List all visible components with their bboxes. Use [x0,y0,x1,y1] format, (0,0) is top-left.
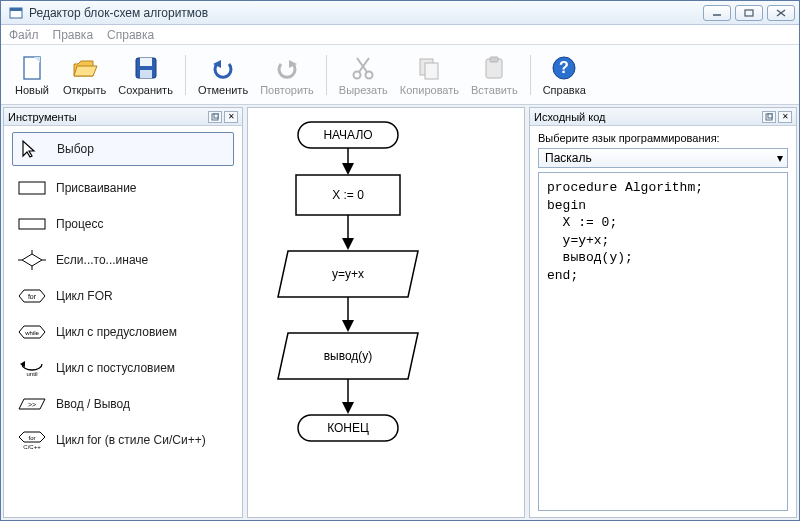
titlebar: Редактор блок-схем алгоритмов [1,1,799,25]
open-folder-icon [71,54,99,82]
svg-text:while: while [24,330,39,336]
tool-for-label: Цикл FOR [56,289,113,303]
flow-process-label: y=y+x [332,267,364,281]
help-icon: ? [550,54,578,82]
toolbar-cut-label: Вырезать [339,84,388,96]
flowchart-canvas[interactable]: НАЧАЛО X := 0 y=y+x вывод(y) КОНЕЦ [247,107,525,518]
panel-close-button[interactable]: ✕ [778,111,792,123]
toolbar-open-button[interactable]: Открыть [57,52,112,98]
toolbar-paste-label: Вставить [471,84,518,96]
svg-rect-27 [19,219,45,229]
tool-select[interactable]: Выбор [12,132,234,166]
app-icon [9,6,23,20]
language-select[interactable]: Паскаль ▾ [538,148,788,168]
undo-icon [209,54,237,82]
toolbar: Новый Открыть Сохранить Отменить Повтори… [1,45,799,105]
svg-text:for: for [28,293,37,300]
io-icon: >> [18,394,46,414]
menu-edit[interactable]: Правка [53,28,94,42]
toolbar-undo-button[interactable]: Отменить [192,52,254,98]
svg-text:until: until [26,371,37,377]
svg-rect-20 [490,57,498,62]
tool-process-label: Процесс [56,217,103,231]
language-selected: Паскаль [545,151,592,165]
tool-process[interactable]: Процесс [12,210,234,238]
svg-marker-28 [22,254,42,266]
toolbar-help-button[interactable]: ? Справка [537,52,592,98]
code-panel: Исходный код ✕ Выберите язык программиро… [529,107,797,518]
window-title: Редактор блок-схем алгоритмов [29,6,699,20]
toolbar-new-label: Новый [15,84,49,96]
tools-panel-header: Инструменты ✕ [4,108,242,126]
toolbar-redo-label: Повторить [260,84,314,96]
tools-panel: Инструменты ✕ Выбор Присваивание Процесс… [3,107,243,518]
toolbar-save-label: Сохранить [118,84,173,96]
svg-text:for: for [28,435,35,441]
tool-io[interactable]: >> Ввод / Вывод [12,390,234,418]
svg-marker-25 [23,141,34,157]
panel-float-button[interactable] [762,111,776,123]
tools-list: Выбор Присваивание Процесс Если...то...и… [4,126,242,460]
tool-cfor[interactable]: forC/C++ Цикл for (в стиле Си/Си++) [12,426,234,454]
tool-assign[interactable]: Присваивание [12,174,234,202]
copy-icon [415,54,443,82]
toolbar-save-button[interactable]: Сохранить [112,52,179,98]
menu-help[interactable]: Справка [107,28,154,42]
tool-assign-label: Присваивание [56,181,137,195]
svg-text:?: ? [559,59,569,76]
chevron-down-icon: ▾ [777,151,783,165]
save-icon [132,54,160,82]
new-file-icon [18,54,46,82]
flow-assign-label: X := 0 [332,188,364,202]
minimize-button[interactable] [703,5,731,21]
flow-start-label: НАЧАЛО [323,128,372,142]
code-panel-header: Исходный код ✕ [530,108,796,126]
panel-close-button[interactable]: ✕ [224,111,238,123]
toolbar-help-label: Справка [543,84,586,96]
cursor-icon [19,139,47,159]
code-output[interactable]: procedure Algorithm; begin X := 0; y=y+x… [538,172,788,511]
toolbar-cut-button[interactable]: Вырезать [333,52,394,98]
tool-while-label: Цикл с предусловием [56,325,177,339]
tool-cfor-label: Цикл for (в стиле Си/Си++) [56,433,206,447]
toolbar-undo-label: Отменить [198,84,248,96]
toolbar-copy-button[interactable]: Копировать [394,52,465,98]
tool-until-label: Цикл с постусловием [56,361,175,375]
separator [185,55,186,95]
maximize-button[interactable] [735,5,763,21]
tool-until[interactable]: until Цикл с постусловием [12,354,234,382]
svg-point-13 [354,71,361,78]
svg-rect-54 [766,114,772,120]
panel-float-button[interactable] [208,111,222,123]
toolbar-new-button[interactable]: Новый [7,52,57,98]
close-button[interactable] [767,5,795,21]
until-icon: until [18,358,46,378]
redo-icon [273,54,301,82]
toolbar-redo-button[interactable]: Повторить [254,52,320,98]
svg-point-14 [366,71,373,78]
code-panel-body: Выберите язык программирования: Паскаль … [530,126,796,517]
tool-for[interactable]: for Цикл FOR [12,282,234,310]
separator [326,55,327,95]
process-icon [18,214,46,234]
assign-icon [18,178,46,198]
for-icon: for [18,286,46,306]
cfor-icon: forC/C++ [18,430,46,450]
toolbar-open-label: Открыть [63,84,106,96]
svg-rect-3 [745,10,753,16]
tool-select-label: Выбор [57,142,94,156]
flowchart: НАЧАЛО X := 0 y=y+x вывод(y) КОНЕЦ [248,117,448,517]
svg-rect-10 [140,70,152,78]
code-panel-title: Исходный код [534,111,760,123]
svg-rect-26 [19,182,45,194]
tool-while[interactable]: while Цикл с предусловием [12,318,234,346]
menubar: Файл Правка Справка [1,25,799,45]
flow-io-label: вывод(y) [324,349,373,363]
language-prompt: Выберите язык программирования: [538,132,788,144]
toolbar-paste-button[interactable]: Вставить [465,52,524,98]
menu-file[interactable]: Файл [9,28,39,42]
svg-rect-1 [10,8,22,11]
tool-ifelse[interactable]: Если...то...иначе [12,246,234,274]
svg-line-16 [357,58,367,72]
main-area: Инструменты ✕ Выбор Присваивание Процесс… [1,105,799,520]
